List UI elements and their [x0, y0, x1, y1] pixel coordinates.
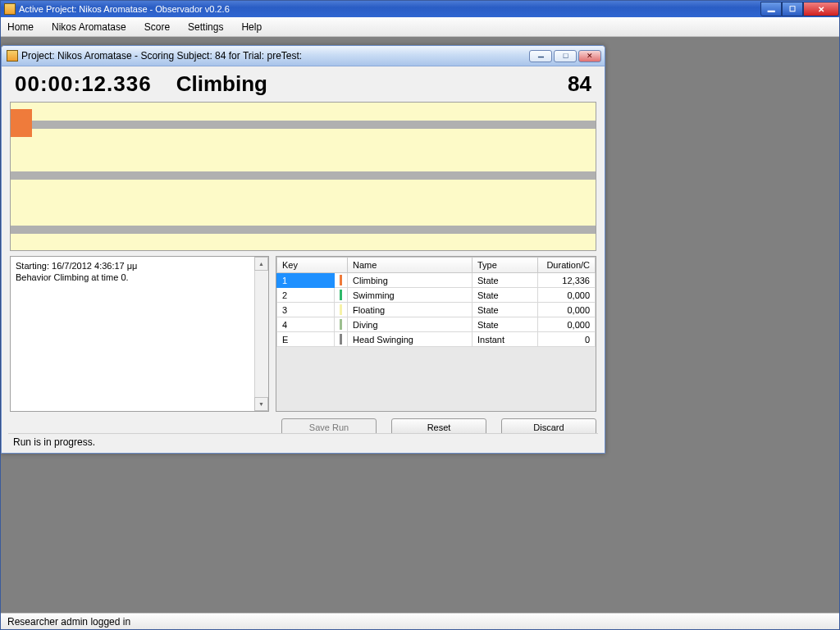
- menu-home[interactable]: Home: [7, 21, 34, 33]
- menu-score[interactable]: Score: [144, 21, 170, 33]
- timeline-panel[interactable]: [10, 102, 596, 251]
- log-line: Starting: 16/7/2012 4:36:17 μμ: [16, 260, 263, 272]
- col-name[interactable]: Name: [348, 258, 472, 273]
- cell-name: Diving: [348, 317, 472, 332]
- event-log[interactable]: Starting: 16/7/2012 4:36:17 μμ Behavior …: [10, 256, 269, 412]
- child-minimize-button[interactable]: [529, 50, 552, 62]
- child-maximize-button[interactable]: [554, 50, 577, 62]
- child-statusbar: Run is in progress.: [8, 433, 598, 450]
- col-key[interactable]: Key: [277, 258, 348, 273]
- readout-bar: 00:00:12.336 Climbing 84: [5, 66, 601, 102]
- cell-color-swatch: [335, 303, 348, 317]
- scoring-window: Project: Nikos Aromatase - Scoring Subje…: [1, 45, 605, 454]
- cell-color-swatch: [335, 317, 348, 332]
- app-icon: [4, 3, 16, 15]
- main-close-button[interactable]: [803, 2, 839, 16]
- cell-duration: 0,000: [538, 303, 596, 317]
- behavior-grid[interactable]: Key Name Type Duration/C 1ClimbingState1…: [276, 256, 596, 412]
- child-status-text: Run is in progress.: [13, 436, 95, 448]
- cell-type: State: [472, 303, 538, 317]
- main-title: Active Project: Nikos Aromatase - Observ…: [19, 4, 230, 14]
- mdi-client-area: Project: Nikos Aromatase - Scoring Subje…: [1, 37, 839, 613]
- cell-name: Climbing: [348, 273, 472, 288]
- cell-color-swatch: [335, 288, 348, 303]
- cell-color-swatch: [335, 332, 348, 347]
- cell-type: State: [472, 273, 538, 288]
- table-row[interactable]: 1ClimbingState12,336: [277, 273, 596, 288]
- timeline-track: [11, 171, 596, 180]
- cell-duration: 0: [538, 332, 596, 347]
- cell-type: State: [472, 288, 538, 303]
- table-row[interactable]: 3FloatingState0,000: [277, 303, 596, 317]
- cell-name: Swimming: [348, 288, 472, 303]
- subject-id: 84: [568, 71, 591, 97]
- cell-color-swatch: [335, 273, 348, 288]
- cell-name: Head Swinging: [348, 332, 472, 347]
- scoring-title: Project: Nikos Aromatase - Scoring Subje…: [21, 50, 302, 62]
- menu-settings[interactable]: Settings: [188, 21, 223, 33]
- scroll-down-button[interactable]: [254, 397, 268, 411]
- menubar: Home Nikos Aromatase Score Settings Help: [1, 17, 839, 37]
- cell-key: 3: [277, 303, 335, 317]
- cell-duration: 0,000: [538, 288, 596, 303]
- log-line: Behavior Climbing at time 0.: [16, 272, 263, 283]
- col-duration[interactable]: Duration/C: [538, 258, 596, 273]
- menu-project[interactable]: Nikos Aromatase: [52, 21, 126, 33]
- col-type[interactable]: Type: [472, 258, 538, 273]
- child-close-button[interactable]: [578, 50, 601, 62]
- main-maximize-button[interactable]: [782, 2, 803, 16]
- cell-duration: 0,000: [538, 317, 596, 332]
- timeline-track: [11, 121, 596, 129]
- cell-type: Instant: [472, 332, 538, 347]
- timeline-event-climbing: [11, 109, 32, 137]
- app-icon: [7, 50, 18, 62]
- timeline-track: [11, 226, 596, 234]
- cell-type: State: [472, 317, 538, 332]
- cell-name: Floating: [348, 303, 472, 317]
- main-minimize-button[interactable]: [760, 2, 782, 16]
- cell-key: 1: [277, 273, 335, 288]
- table-row[interactable]: EHead SwingingInstant0: [277, 332, 596, 347]
- table-header-row: Key Name Type Duration/C: [277, 258, 596, 273]
- cell-duration: 12,336: [538, 273, 596, 288]
- main-window: Active Project: Nikos Aromatase - Observ…: [0, 0, 840, 630]
- main-statusbar: Researcher admin logged in: [1, 613, 839, 629]
- scroll-up-button[interactable]: [254, 257, 268, 271]
- table-row[interactable]: 2SwimmingState0,000: [277, 288, 596, 303]
- cell-key: 4: [277, 317, 335, 332]
- elapsed-time: 00:00:12.336: [15, 71, 152, 97]
- main-titlebar[interactable]: Active Project: Nikos Aromatase - Observ…: [1, 1, 839, 17]
- cell-key: E: [277, 332, 335, 347]
- scoring-titlebar[interactable]: Project: Nikos Aromatase - Scoring Subje…: [2, 46, 605, 66]
- scrollbar[interactable]: [254, 257, 268, 411]
- main-status-text: Researcher admin logged in: [7, 616, 130, 628]
- menu-help[interactable]: Help: [241, 21, 262, 33]
- current-behavior: Climbing: [176, 71, 267, 97]
- cell-key: 2: [277, 288, 335, 303]
- table-row[interactable]: 4DivingState0,000: [277, 317, 596, 332]
